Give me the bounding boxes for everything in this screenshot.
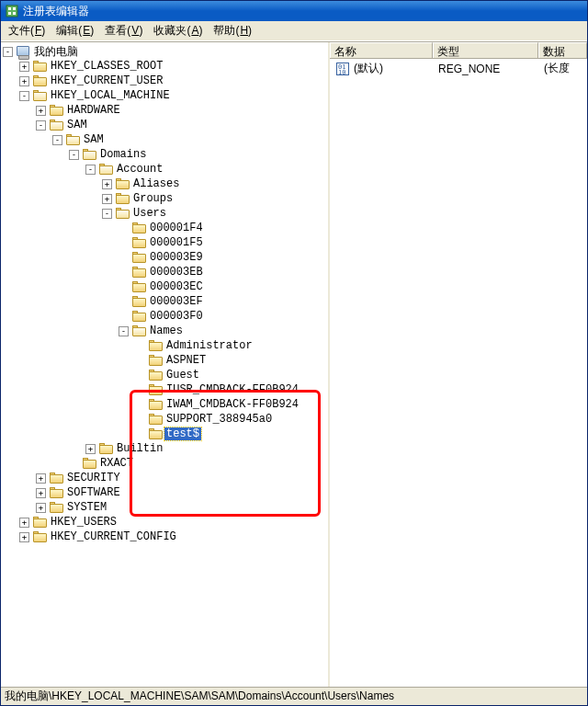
folder-icon <box>148 398 163 411</box>
tree-node-name[interactable]: Administrator <box>135 338 328 353</box>
expand-icon[interactable]: + <box>36 488 46 498</box>
tree-node-user-id[interactable]: 000003EB <box>119 265 328 279</box>
tree-node-domains[interactable]: -Domains <box>69 147 328 162</box>
tree-node-user-id[interactable]: 000003EF <box>119 294 328 309</box>
svg-rect-4 <box>13 12 16 15</box>
expand-icon[interactable]: + <box>85 444 96 454</box>
col-data[interactable]: 数据 <box>538 42 587 58</box>
tree-node-user-id[interactable]: 000003F0 <box>119 309 328 324</box>
collapse-icon[interactable]: - <box>119 326 129 336</box>
folder-icon <box>148 369 163 381</box>
statusbar: 我的电脑\HKEY_LOCAL_MACHINE\SAM\SAM\Domains\… <box>1 687 587 705</box>
values-panel: 名称 类型 数据 0110 (默认) REG_NONE (长度 <box>330 42 587 687</box>
folder-icon <box>131 266 146 279</box>
expand-icon[interactable]: + <box>19 532 29 542</box>
tree-node-hku[interactable]: +HKEY_USERS <box>19 515 328 530</box>
menu-help[interactable]: 帮助(H) <box>208 21 257 40</box>
tree-node-rxact[interactable]: RXACT <box>69 456 328 471</box>
tree-node-names[interactable]: -Names <box>119 324 328 338</box>
folder-icon <box>49 104 63 117</box>
collapse-icon[interactable]: - <box>36 120 46 131</box>
folder-icon <box>148 383 163 396</box>
tree-node-hardware[interactable]: +HARDWARE <box>36 103 328 118</box>
tree-node-name[interactable]: test$ <box>135 427 328 441</box>
folder-open-icon <box>65 133 80 146</box>
tree-node-name[interactable]: ASPNET <box>135 353 328 368</box>
list-body[interactable]: 0110 (默认) REG_NONE (长度 <box>330 59 587 687</box>
col-name[interactable]: 名称 <box>330 42 433 58</box>
folder-open-icon <box>131 325 146 337</box>
tree-node-hkcu[interactable]: +HKEY_CURRENT_USER <box>19 74 328 88</box>
collapse-icon[interactable]: - <box>19 91 29 101</box>
list-row[interactable]: 0110 (默认) REG_NONE (长度 <box>332 61 585 76</box>
tree-node-hkcr[interactable]: +HKEY_CLASSES_ROOT <box>19 59 328 74</box>
tree-node-user-id[interactable]: 000003EC <box>119 279 328 294</box>
folder-icon <box>115 177 130 190</box>
tree-node-user-id[interactable]: 000001F5 <box>119 235 328 250</box>
collapse-icon[interactable]: - <box>102 209 112 219</box>
folder-icon <box>82 457 96 470</box>
tree-root[interactable]: - 我的电脑 <box>3 44 328 59</box>
binary-value-icon: 0110 <box>335 63 350 75</box>
expand-icon[interactable]: + <box>102 194 112 204</box>
svg-rect-3 <box>8 12 11 15</box>
expand-icon[interactable]: + <box>36 473 46 484</box>
tree-node-user-id[interactable]: 000001F4 <box>119 221 328 235</box>
tree-panel[interactable]: - 我的电脑 +HKEY_CLASSES_ROOT +HKEY_CURRENT_… <box>1 42 330 687</box>
folder-icon <box>131 310 146 323</box>
status-path: 我的电脑\HKEY_LOCAL_MACHINE\SAM\SAM\Domains\… <box>5 689 394 704</box>
tree-node-users[interactable]: -Users <box>102 206 328 221</box>
tree-node-name[interactable]: IWAM_CMDBACK-FF0B924 <box>135 397 328 412</box>
col-type[interactable]: 类型 <box>433 42 538 58</box>
expand-icon[interactable]: + <box>36 106 46 116</box>
tree-node-system[interactable]: +SYSTEM <box>36 500 328 515</box>
expand-icon[interactable]: + <box>19 62 29 72</box>
menu-view[interactable]: 查看(V) <box>99 21 148 40</box>
tree-node-name[interactable]: SUPPORT_388945a0 <box>135 412 328 427</box>
tree-node-hklm[interactable]: -HKEY_LOCAL_MACHINE <box>19 88 328 103</box>
tree-node-software[interactable]: +SOFTWARE <box>36 485 328 500</box>
folder-icon <box>131 251 146 264</box>
tree-node-name[interactable]: Guest <box>135 368 328 382</box>
menubar: 文件(F) 编辑(E) 查看(V) 收藏夹(A) 帮助(H) <box>1 21 587 41</box>
expand-icon[interactable]: + <box>19 76 29 86</box>
expand-icon[interactable]: + <box>36 503 46 513</box>
expand-icon[interactable]: + <box>102 179 112 189</box>
tree-node-hkcc[interactable]: +HKEY_CURRENT_CONFIG <box>19 530 328 544</box>
tree-node-sam[interactable]: -SAM <box>36 118 328 132</box>
folder-icon <box>131 295 146 308</box>
folder-icon <box>49 486 63 499</box>
svg-rect-1 <box>8 7 11 10</box>
svg-rect-0 <box>6 6 17 17</box>
folder-icon <box>32 516 47 529</box>
folder-icon <box>131 280 146 293</box>
folder-icon <box>148 354 163 367</box>
content-area: - 我的电脑 +HKEY_CLASSES_ROOT +HKEY_CURRENT_… <box>1 41 587 687</box>
folder-icon <box>49 501 63 514</box>
list-header: 名称 类型 数据 <box>330 42 587 59</box>
titlebar[interactable]: 注册表编辑器 <box>1 1 587 21</box>
expand-icon[interactable]: + <box>19 518 29 528</box>
collapse-icon[interactable]: - <box>52 135 62 145</box>
tree-node-security[interactable]: +SECURITY <box>36 471 328 485</box>
tree-node-builtin[interactable]: +Builtin <box>85 441 328 456</box>
folder-open-icon <box>49 119 63 131</box>
collapse-icon[interactable]: - <box>85 165 96 175</box>
tree-node-user-id[interactable]: 000003E9 <box>119 250 328 265</box>
app-icon <box>5 4 19 18</box>
menu-file[interactable]: 文件(F) <box>3 21 51 40</box>
folder-icon <box>32 74 47 87</box>
folder-icon <box>32 530 47 543</box>
tree-node-name[interactable]: IUSR_CMDBACK-FF0B924 <box>135 382 328 397</box>
tree-node-aliases[interactable]: +Aliases <box>102 176 328 191</box>
window-title: 注册表编辑器 <box>23 4 89 19</box>
folder-icon <box>32 60 47 73</box>
tree-node-groups[interactable]: +Groups <box>102 191 328 206</box>
collapse-icon[interactable]: - <box>3 47 13 57</box>
tree-node-account[interactable]: -Account <box>85 162 328 176</box>
tree-node-sam2[interactable]: -SAM <box>52 132 328 147</box>
folder-open-icon <box>82 148 96 161</box>
menu-edit[interactable]: 编辑(E) <box>51 21 99 40</box>
collapse-icon[interactable]: - <box>69 150 79 160</box>
menu-favorites[interactable]: 收藏夹(A) <box>148 21 208 40</box>
